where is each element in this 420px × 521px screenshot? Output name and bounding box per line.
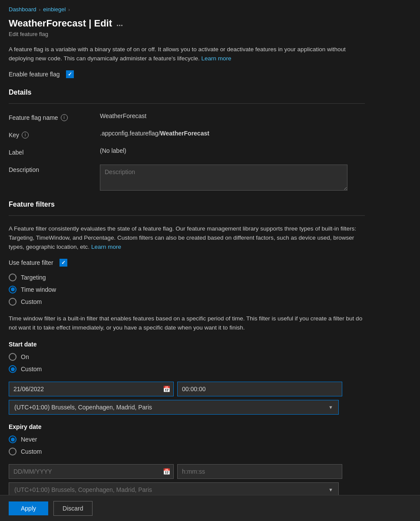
radio-time-window-outer [9, 286, 17, 293]
feature-flag-name-row: Feature flag name i WeatherForecast [9, 112, 365, 121]
expiry-date-inputs-row: 📅 [9, 464, 365, 479]
expiry-time-input[interactable] [177, 464, 342, 479]
start-timezone-chevron-icon: ▼ [328, 405, 333, 410]
feature-flag-name-label: Feature flag name i [9, 112, 100, 121]
use-feature-filter-checkbox[interactable] [60, 259, 67, 267]
intro-text: A feature flag is a variable with a bina… [9, 45, 365, 63]
learn-more-link-filters[interactable]: Learn more [91, 244, 121, 250]
enable-feature-flag-label: Enable feature flag [9, 71, 60, 78]
description-row: Description [9, 165, 365, 192]
feature-filters-section-title: Feature filters [9, 201, 365, 208]
start-date-group: Start date On Custom 📅 ( [9, 341, 365, 415]
expiry-date-calendar-icon[interactable]: 📅 [163, 468, 170, 475]
radio-item-targeting[interactable]: Targeting [9, 274, 365, 281]
radio-start-custom-label: Custom [21, 366, 42, 373]
enable-feature-flag-row: Enable feature flag [9, 70, 365, 78]
enable-feature-flag-checkbox[interactable] [66, 70, 74, 78]
feature-filters-divider [9, 215, 365, 216]
radio-start-on-label: On [21, 353, 29, 360]
expiry-date-group: Expiry date Never Custom 📅 [9, 423, 365, 497]
radio-custom-outer [9, 298, 17, 306]
expiry-date-input-wrap: 📅 [9, 464, 174, 479]
start-date-input-wrap: 📅 [9, 382, 174, 396]
radio-expiry-custom-outer [9, 448, 17, 455]
key-info-icon[interactable]: i [22, 132, 29, 138]
radio-targeting-label: Targeting [21, 274, 46, 281]
breadcrumb-sep2: › [68, 7, 70, 12]
details-section-title: Details [9, 89, 365, 96]
apply-button[interactable]: Apply [9, 501, 48, 515]
feature-flag-name-info-icon[interactable]: i [61, 114, 68, 121]
radio-time-window-inner [11, 287, 15, 291]
details-divider [9, 103, 365, 104]
learn-more-link-intro[interactable]: Learn more [202, 55, 231, 62]
radio-expiry-custom-label: Custom [21, 448, 42, 455]
radio-targeting-outer [9, 274, 17, 281]
breadcrumb: Dashboard › einbiegel › [9, 6, 365, 13]
description-input[interactable] [100, 165, 347, 191]
radio-start-on-outer [9, 353, 17, 361]
breadcrumb-dashboard[interactable]: Dashboard [9, 6, 36, 13]
time-window-desc: Time window filter is a built-in filter … [9, 314, 365, 333]
description-input-wrap [100, 165, 365, 192]
start-timezone-select[interactable]: (UTC+01:00) Brussels, Copenhagen, Madrid… [9, 400, 339, 415]
page-menu-button[interactable]: ... [116, 19, 123, 28]
radio-expiry-never[interactable]: Never [9, 435, 365, 443]
expiry-timezone-chevron-icon: ▼ [328, 487, 333, 492]
feature-filters-desc: A Feature filter consistently evaluates … [9, 224, 365, 252]
label-label: Label [9, 147, 100, 156]
expiry-date-title: Expiry date [9, 423, 365, 430]
breadcrumb-sep1: › [39, 7, 41, 12]
use-feature-filter-row: Use feature filter [9, 259, 365, 267]
radio-item-custom[interactable]: Custom [9, 298, 365, 306]
start-date-radio-group: On Custom [9, 353, 365, 373]
page-title: WeatherForecast | Edit ... [9, 18, 365, 29]
start-timezone-value: (UTC+01:00) Brussels, Copenhagen, Madrid… [14, 404, 152, 411]
radio-expiry-never-inner [11, 438, 15, 442]
description-label: Description [9, 165, 100, 173]
expiry-date-input[interactable] [9, 464, 174, 479]
expiry-date-radio-group: Never Custom [9, 435, 365, 455]
start-date-input[interactable] [9, 382, 174, 396]
bottom-bar: Apply Discard [0, 495, 420, 521]
radio-item-time-window[interactable]: Time window [9, 286, 365, 293]
radio-expiry-never-outer [9, 435, 17, 443]
radio-expiry-never-label: Never [21, 436, 37, 443]
radio-expiry-custom[interactable]: Custom [9, 448, 365, 455]
start-date-inputs-row: 📅 [9, 382, 365, 396]
feature-flag-name-value: WeatherForecast [100, 112, 365, 119]
page-subtitle: Edit feature flag [9, 31, 365, 37]
filter-type-radio-group: Targeting Time window Custom [9, 274, 365, 306]
radio-time-window-label: Time window [21, 286, 56, 293]
start-date-title: Start date [9, 341, 365, 348]
breadcrumb-einbiegel[interactable]: einbiegel [43, 6, 66, 13]
start-date-calendar-icon[interactable]: 📅 [163, 386, 170, 392]
radio-start-custom-outer [9, 365, 17, 373]
radio-start-custom[interactable]: Custom [9, 365, 365, 373]
key-value: .appconfig.featureflag/WeatherForecast [100, 130, 365, 137]
expiry-timezone-value: (UTC+01:00) Brussels, Copenhagen, Madrid… [14, 486, 152, 493]
radio-start-custom-inner [11, 367, 15, 371]
use-feature-filter-label: Use feature filter [9, 259, 53, 266]
key-row: Key i .appconfig.featureflag/WeatherFore… [9, 130, 365, 138]
discard-button[interactable]: Discard [53, 501, 92, 516]
radio-start-on[interactable]: On [9, 353, 365, 361]
radio-custom-label: Custom [21, 298, 42, 305]
label-value: (No label) [100, 147, 365, 154]
label-row: Label (No label) [9, 147, 365, 156]
key-label: Key i [9, 130, 100, 138]
start-time-input[interactable] [177, 382, 342, 396]
